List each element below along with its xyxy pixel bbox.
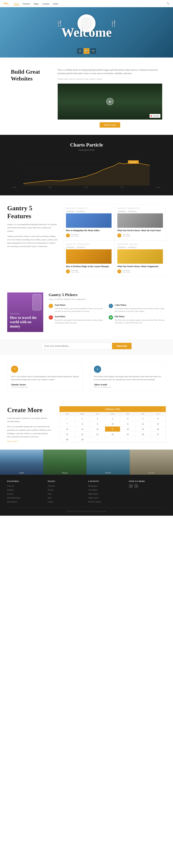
footer-link-features-3[interactable]: More Information [7, 497, 20, 499]
gallery-item-0[interactable]: Simple [0, 450, 43, 475]
footer-link-features-1[interactable]: Portfolio [7, 489, 14, 491]
hero-icon-1[interactable]: 🍴 [77, 48, 83, 54]
cal-day-27[interactable]: 27 [150, 432, 166, 437]
cal-day-28[interactable]: 28 [60, 437, 75, 442]
cal-day-next-5[interactable]: 5 [150, 437, 166, 442]
tag-features-0: FEATURES [66, 211, 75, 213]
article-tags-0: FEATURES TUTORIALS [66, 211, 112, 213]
font-picker-icon: F [49, 304, 53, 308]
calendar-days-header: SUN MON TUE WED THU FRI SAT [60, 412, 166, 416]
cal-day-19[interactable]: 19 [135, 427, 150, 432]
cal-day-8[interactable]: 8 [75, 421, 90, 427]
nav-home[interactable]: Home [14, 2, 19, 5]
logo[interactable]: Flux [4, 2, 8, 5]
cal-day-21[interactable]: 21 [60, 432, 75, 437]
subscribe-button[interactable]: Subscribe [112, 343, 131, 349]
cal-day-18[interactable]: 18 [120, 427, 135, 432]
cal-day-7[interactable]: 7 [60, 421, 75, 427]
nav-features[interactable]: Features [23, 2, 30, 5]
color-picker-icon: C [109, 304, 113, 308]
article-img-3 [117, 249, 163, 264]
calendar-prev[interactable]: ‹ [62, 408, 63, 410]
footer-link-layouts-3[interactable]: Single Layout [88, 497, 98, 499]
footer-link-pages-4[interactable]: Contact [48, 501, 53, 503]
chart-area: Total Hits [23, 157, 150, 186]
gallery-img-2 [86, 450, 130, 475]
video-container[interactable]: ▶ YouTube [58, 84, 162, 120]
cal-day-16[interactable]: 16 [90, 427, 105, 432]
footer-link-layouts-0[interactable]: Photography [88, 485, 98, 487]
gallery-item-3[interactable]: Versatile [130, 450, 173, 475]
gallery-img-3 [130, 450, 173, 475]
cal-day-20[interactable]: 20 [150, 427, 166, 432]
cal-day-29[interactable]: 29 [75, 437, 90, 442]
search-icon[interactable]: 🔍 [167, 2, 169, 5]
footer-link-layouts-2[interactable]: Right Sidebar [88, 493, 98, 495]
footer-link-features-2[interactable]: Features [7, 493, 13, 495]
hero-icon-3[interactable]: 📷 [90, 48, 96, 54]
cal-day-17[interactable]: 17 [105, 427, 120, 432]
footer-link-pages-0[interactable]: Overview [48, 485, 55, 487]
email-input[interactable] [42, 343, 112, 349]
cal-day-1[interactable]: 1 [75, 416, 90, 421]
gallery-item-1[interactable]: Elegant [43, 450, 86, 475]
article-card-0: May 5th, 2015 November 2015 FEATURES TUT… [63, 205, 115, 240]
chart-label-4: Latest [156, 186, 160, 188]
chart-label-1: 2005 [49, 186, 52, 188]
cal-day-4[interactable]: 4 [120, 416, 135, 421]
watch-more-button[interactable]: Watch more [100, 122, 120, 128]
footer-link-pages-1[interactable]: Pricing [48, 489, 53, 491]
cal-day-5[interactable]: 5 [135, 416, 150, 421]
footer-link-features-4[interactable]: Disconnected [7, 501, 17, 503]
cal-day-14[interactable]: 14 [60, 427, 75, 432]
build-description: Flux is a brilliant theme for displaying… [58, 68, 162, 75]
twitter-icon[interactable]: t [134, 484, 138, 488]
nav-layouts[interactable]: Layouts [42, 2, 49, 5]
pickers-right: Gantry 5 Pickers Gantry 5's Pickers Simp… [49, 292, 166, 332]
footer-link-layouts-1[interactable]: Left Sidebar [88, 489, 97, 491]
cal-day-next-2[interactable]: 2 [105, 437, 120, 442]
calendar-next[interactable]: › [162, 408, 163, 410]
testimonial-avatar-0: T [11, 366, 18, 373]
cal-day-15[interactable]: 15 [75, 427, 90, 432]
create-desc-2: Flux is an incredible design that was cr… [7, 425, 52, 438]
article-date-1: July 8th, 2015 August 26th, 2015 [117, 207, 163, 209]
hero-icon-2[interactable]: 🔍 [83, 48, 90, 54]
footer-link-pages-2[interactable]: FAQ [48, 493, 51, 495]
author-avatar-0: Y [66, 234, 70, 238]
build-subtitle: Embed videos that live natively in your … [58, 78, 162, 80]
cal-day-2[interactable]: 2 [90, 416, 105, 421]
create-section: Create More Create the perfect website f… [0, 399, 173, 450]
cal-day-11[interactable]: 11 [120, 421, 135, 427]
cal-day-13[interactable]: 13 [150, 421, 166, 427]
cal-day-31[interactable]: 31 [60, 416, 75, 421]
author-name-1: Your Name [122, 234, 130, 236]
cal-day-10[interactable]: 10 [105, 421, 120, 427]
footer-link-pages-3[interactable]: Blog [48, 497, 51, 499]
cal-day-26[interactable]: 26 [135, 432, 150, 437]
cal-day-24[interactable]: 24 [105, 432, 120, 437]
nav-pages[interactable]: Pages [34, 2, 39, 5]
youtube-badge: ▶ YouTube [150, 114, 160, 118]
cal-day-next-4[interactable]: 4 [135, 437, 150, 442]
find-style-link[interactable]: Pick A Style → [7, 440, 52, 442]
cal-day-3[interactable]: 3 [105, 416, 120, 421]
cal-day-9[interactable]: 9 [90, 421, 105, 427]
cal-day-6[interactable]: 6 [150, 416, 166, 421]
cal-day-25[interactable]: 25 [120, 432, 135, 437]
facebook-icon[interactable]: f [129, 484, 133, 488]
tag-tutorials-0: TUTORIALS [76, 211, 85, 213]
footer-link-features-0[interactable]: Overview [7, 485, 14, 487]
video-play-button[interactable] [106, 98, 114, 105]
cal-day-22[interactable]: 22 [75, 432, 90, 437]
picker-item-1: C Color Picker Color Picker makes choosi… [109, 304, 166, 313]
cal-day-12[interactable]: 12 [135, 421, 150, 427]
cal-day-next-3[interactable]: 3 [120, 437, 135, 442]
picker-name-3: File Picker [115, 315, 166, 318]
testimonial-name-0: Timothy Turner [11, 383, 79, 386]
cal-day-next-1[interactable]: 1 [90, 437, 105, 442]
gallery-item-2[interactable]: Modern [86, 450, 130, 475]
nav-styles[interactable]: Styles [53, 2, 58, 5]
footer-link-layouts-4[interactable]: Roles & Columns [88, 501, 101, 503]
cal-day-23[interactable]: 23 [90, 432, 105, 437]
